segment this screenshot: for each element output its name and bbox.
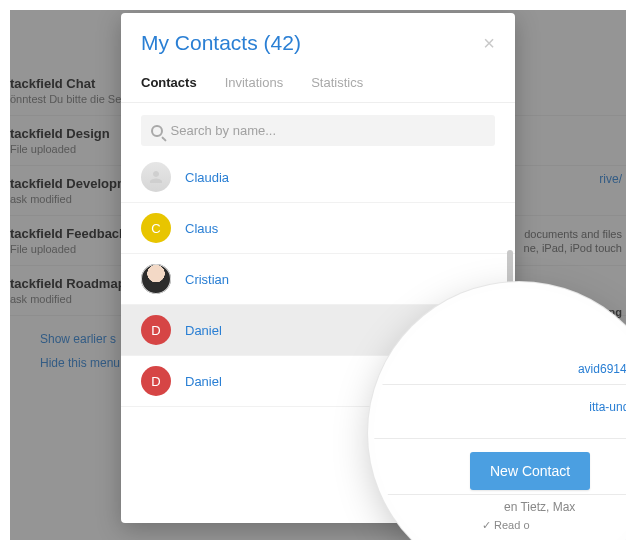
avatar [141,162,171,192]
avatar: D [141,366,171,396]
avatar [141,264,171,294]
tab-contacts[interactable]: Contacts [141,65,211,102]
tab-invitations[interactable]: Invitations [211,65,298,102]
scrollbar-thumb[interactable] [507,250,513,290]
tab-statistics[interactable]: Statistics [297,65,377,102]
close-icon[interactable]: × [483,33,495,53]
search-box[interactable] [141,115,495,146]
contact-name: Claudia [185,170,229,185]
lens-fragment-text: en Tietz, Max [504,500,575,514]
avatar: C [141,213,171,243]
avatar: D [141,315,171,345]
lens-fragment-link: avid6914.jpg [578,362,636,376]
contact-item[interactable]: Claudia [121,152,515,203]
contact-name: Daniel [185,323,222,338]
modal-title: My Contacts (42) [141,31,483,55]
contact-name: Cristian [185,272,229,287]
contact-item[interactable]: Cristian [121,254,515,305]
contact-item[interactable]: C Claus [121,203,515,254]
lens-fragment-link: itta-und-Dr [589,400,636,414]
search-icon [151,125,163,137]
new-contact-button[interactable]: New Contact [470,452,590,490]
contact-name: Claus [185,221,218,236]
tabs: Contacts Invitations Statistics [121,65,515,103]
contact-name: Daniel [185,374,222,389]
search-input[interactable] [171,123,485,138]
lens-fragment-read: ✓ Read o [482,519,530,532]
